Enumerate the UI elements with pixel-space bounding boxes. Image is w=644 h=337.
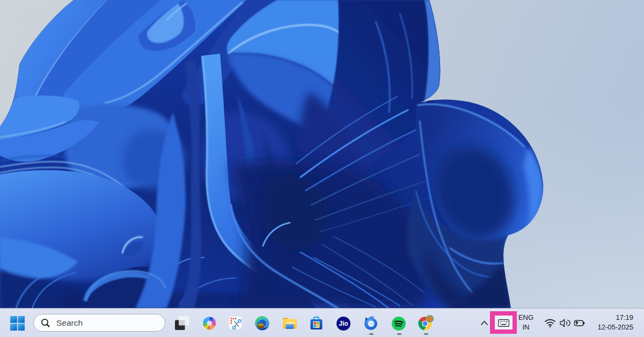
svg-text:Jio: Jio bbox=[339, 320, 348, 327]
